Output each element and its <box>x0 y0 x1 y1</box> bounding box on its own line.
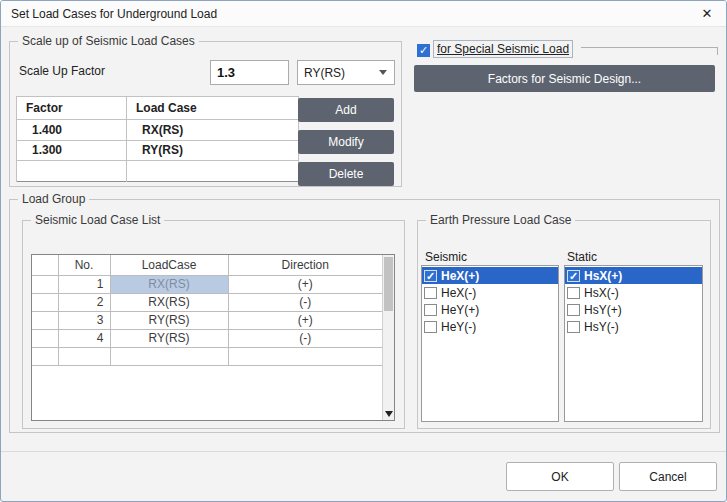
cell-loadcase[interactable]: RY(RS) <box>110 311 228 329</box>
vertical-scrollbar[interactable] <box>382 255 394 420</box>
checkbox-icon[interactable] <box>567 287 580 299</box>
checkbox-icon[interactable] <box>424 287 437 299</box>
list-item-label: HeX(+) <box>441 269 479 283</box>
seismic-load-case-list-groupbox: Seismic Load Case List No. LoadCase Dire… <box>22 220 405 429</box>
column-header-no: No. <box>58 255 110 275</box>
list-item-label: HeX(-) <box>441 286 476 300</box>
special-seismic-label: for Special Seismic Load <box>433 40 573 58</box>
ok-button[interactable]: OK <box>506 462 614 491</box>
list-item-label: HeY(-) <box>441 320 476 334</box>
cell-empty[interactable] <box>58 347 110 365</box>
dialog-title: Set Load Cases for Underground Load <box>1 7 217 21</box>
earth-pressure-groupbox: Earth Pressure Load Case Seismic Static … <box>417 220 711 429</box>
cell-row-selector[interactable] <box>32 329 58 347</box>
static-earth-listbox: HsX(+) HsX(-) HsY(+) HsY(-) <box>564 265 703 422</box>
table-row[interactable]: 1 RX(RS) (+) <box>32 275 383 293</box>
checkbox-icon[interactable] <box>424 321 437 333</box>
grid-header-row: No. LoadCase Direction <box>32 255 383 275</box>
cell-load-case[interactable]: RX(RS) <box>127 119 299 140</box>
list-item-label: HeY(+) <box>441 303 479 317</box>
cell-loadcase[interactable]: RY(RS) <box>110 329 228 347</box>
cell-factor[interactable]: 1.400 <box>17 119 127 140</box>
cell-direction[interactable]: (+) <box>228 275 383 293</box>
factors-for-seismic-design-button[interactable]: Factors for Seismic Design... <box>414 65 715 92</box>
static-column-label: Static <box>567 250 597 264</box>
column-header-loadcase: LoadCase <box>110 255 228 275</box>
scrollbar-thumb[interactable] <box>384 257 393 311</box>
modify-button[interactable]: Modify <box>298 130 394 154</box>
cancel-button[interactable]: Cancel <box>619 462 717 491</box>
titlebar[interactable]: Set Load Cases for Underground Load ✕ <box>1 1 726 27</box>
scale-up-group-title: Scale up of Seismic Load Cases <box>18 34 199 48</box>
column-header-load-case: Load Case <box>127 97 299 120</box>
table-row-empty[interactable] <box>32 347 383 365</box>
list-item[interactable]: HsX(+) <box>565 267 702 284</box>
factor-table: Factor Load Case 1.400 RX(RS) 1.300 RY(R… <box>16 96 299 182</box>
table-row[interactable]: 2 RX(RS) (-) <box>32 293 383 311</box>
list-item[interactable]: HsY(+) <box>565 301 702 318</box>
checkbox-icon[interactable] <box>424 304 437 316</box>
cell-direction[interactable]: (+) <box>228 311 383 329</box>
list-item[interactable]: HeX(+) <box>422 267 558 284</box>
scroll-down-arrow-icon[interactable] <box>385 411 393 417</box>
load-groupbox: Load Group Seismic Load Case List No. Lo… <box>9 199 720 433</box>
table-row[interactable]: 1.400 RX(RS) <box>17 119 299 140</box>
cell-row-selector[interactable] <box>32 293 58 311</box>
scale-factor-input[interactable] <box>210 60 289 85</box>
list-item[interactable]: HsY(-) <box>565 318 702 335</box>
cell-no[interactable]: 3 <box>58 311 110 329</box>
cell-empty <box>17 161 127 182</box>
list-item-label: HsY(-) <box>584 320 619 334</box>
cell-direction[interactable]: (-) <box>228 329 383 347</box>
column-header-blank <box>32 255 58 275</box>
checkbox-icon[interactable] <box>567 321 580 333</box>
cell-row-selector[interactable] <box>32 311 58 329</box>
delete-button[interactable]: Delete <box>298 162 394 186</box>
load-group-title: Load Group <box>18 192 89 206</box>
cell-no[interactable]: 4 <box>58 329 110 347</box>
cell-row-selector[interactable] <box>32 275 58 293</box>
decorative-bracket-line <box>581 47 718 55</box>
list-item-label: HsY(+) <box>584 303 622 317</box>
checkbox-icon[interactable] <box>567 304 580 316</box>
list-item[interactable]: HeX(-) <box>422 284 558 301</box>
seismic-load-case-grid: No. LoadCase Direction 1 RX(RS) (+) 2 RX… <box>31 254 395 421</box>
cell-load-case[interactable]: RY(RS) <box>127 140 299 161</box>
cell-loadcase[interactable]: RX(RS) <box>110 275 228 293</box>
cell-no[interactable]: 1 <box>58 275 110 293</box>
cell-factor[interactable]: 1.300 <box>17 140 127 161</box>
cell-empty[interactable] <box>32 347 58 365</box>
set-load-cases-dialog: Set Load Cases for Underground Load ✕ Sc… <box>0 0 727 502</box>
column-header-factor: Factor <box>17 97 127 120</box>
dropdown-selected-value: RY(RS) <box>304 66 345 80</box>
table-row[interactable]: 4 RY(RS) (-) <box>32 329 383 347</box>
cell-loadcase[interactable]: RX(RS) <box>110 293 228 311</box>
seismic-list-group-title: Seismic Load Case List <box>31 213 164 227</box>
checkbox-icon[interactable] <box>424 270 437 282</box>
cell-empty[interactable] <box>110 347 228 365</box>
seismic-earth-listbox: HeX(+) HeX(-) HeY(+) HeY(-) <box>421 265 559 422</box>
footer-separator <box>1 451 727 452</box>
checkbox-icon[interactable] <box>567 270 580 282</box>
load-case-dropdown[interactable]: RY(RS) <box>297 60 395 85</box>
list-item[interactable]: HeY(+) <box>422 301 558 318</box>
close-icon[interactable]: ✕ <box>688 1 726 27</box>
list-item[interactable]: HsX(-) <box>565 284 702 301</box>
cell-empty[interactable] <box>228 347 383 365</box>
seismic-load-case-table: No. LoadCase Direction 1 RX(RS) (+) 2 RX… <box>32 255 383 366</box>
cell-empty <box>127 161 299 182</box>
cell-direction[interactable]: (-) <box>228 293 383 311</box>
table-row-empty <box>17 161 299 182</box>
factor-table-header-row: Factor Load Case <box>17 97 299 120</box>
cell-no[interactable]: 2 <box>58 293 110 311</box>
table-row[interactable]: 1.300 RY(RS) <box>17 140 299 161</box>
add-button[interactable]: Add <box>298 98 394 122</box>
scale-up-groupbox: Scale up of Seismic Load Cases Scale Up … <box>9 41 402 187</box>
earth-pressure-group-title: Earth Pressure Load Case <box>426 213 575 227</box>
chevron-down-icon <box>379 70 387 75</box>
special-seismic-checkbox[interactable] <box>417 44 430 57</box>
table-row[interactable]: 3 RY(RS) (+) <box>32 311 383 329</box>
scale-up-factor-label: Scale Up Factor <box>19 64 105 78</box>
seismic-column-label: Seismic <box>425 250 467 264</box>
list-item[interactable]: HeY(-) <box>422 318 558 335</box>
